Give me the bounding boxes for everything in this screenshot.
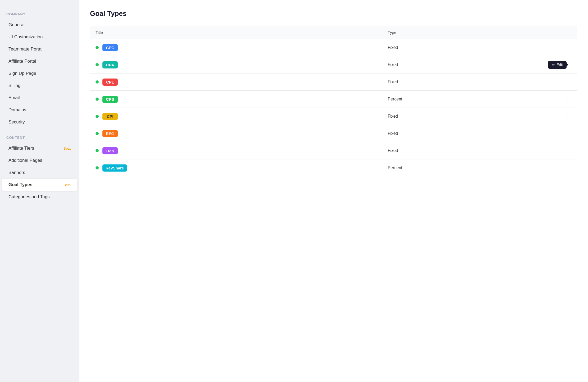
- sidebar-item-teammate-portal[interactable]: Teammate Portal: [2, 43, 77, 55]
- table-row: REGFixed⋮: [90, 125, 577, 142]
- row-menu-button[interactable]: ⋮: [562, 44, 572, 51]
- sidebar-item-banners[interactable]: Banners: [2, 167, 77, 179]
- sidebar-item-label: Billing: [8, 83, 20, 88]
- title-cell: CPI: [90, 108, 383, 125]
- action-cell: ⋮: [557, 108, 577, 125]
- sidebar-item-label: Security: [8, 119, 25, 125]
- sidebar-item-label: Affiliate Portal: [8, 59, 36, 64]
- sidebar-item-additional-pages[interactable]: Additional Pages: [2, 154, 77, 167]
- beta-badge: Beta: [64, 183, 71, 187]
- status-dot: [96, 166, 99, 169]
- goal-type-badge: REG: [102, 130, 118, 137]
- row-menu-button[interactable]: ⋮: [562, 164, 572, 172]
- beta-badge: Beta: [64, 146, 71, 150]
- title-cell: CPL: [90, 73, 383, 91]
- goal-types-table: Title Type CPCFixed⋮CPAFixed✏Edit⋮CPLFix…: [90, 26, 577, 177]
- title-cell: Dep: [90, 142, 383, 159]
- goal-type-badge: CPS: [102, 96, 118, 103]
- edit-label: Edit: [557, 63, 563, 67]
- col-type: Type: [382, 26, 557, 39]
- sidebar-item-label: Email: [8, 95, 20, 100]
- action-cell: ⋮: [557, 159, 577, 177]
- row-menu-button[interactable]: ⋮: [562, 113, 572, 120]
- sidebar-item-label: UI Customization: [8, 34, 43, 40]
- type-cell: Fixed: [382, 125, 557, 142]
- table-header-row: Title Type: [90, 26, 577, 39]
- row-menu-button[interactable]: ⋮: [562, 147, 572, 154]
- action-cell: ✏Edit⋮: [557, 56, 577, 73]
- type-cell: Fixed: [382, 108, 557, 125]
- table-row: CPAFixed✏Edit⋮: [90, 56, 577, 73]
- status-dot: [96, 115, 99, 118]
- table-row: CPCFixed⋮: [90, 39, 577, 56]
- main-content: Goal Types Title Type CPCFixed⋮CPAFixed✏…: [79, 0, 588, 382]
- status-dot: [96, 149, 99, 152]
- sidebar-item-goal-types[interactable]: Goal TypesBeta: [2, 179, 77, 191]
- sidebar-item-label: Categories and Tags: [8, 194, 50, 200]
- sidebar-item-billing[interactable]: Billing: [2, 80, 77, 92]
- status-dot: [96, 46, 99, 49]
- type-cell: Fixed: [382, 73, 557, 91]
- table-row: CPSPercent⋮: [90, 91, 577, 108]
- type-cell: Fixed: [382, 142, 557, 159]
- goal-type-badge: Dep: [102, 147, 118, 154]
- table-row: DepFixed⋮: [90, 142, 577, 159]
- type-cell: Fixed: [382, 56, 557, 73]
- type-cell: Fixed: [382, 39, 557, 56]
- title-cell: REG: [90, 125, 383, 142]
- company-nav: GeneralUI CustomizationTeammate PortalAf…: [0, 19, 79, 128]
- sidebar-item-label: General: [8, 22, 24, 27]
- goal-type-badge: CPL: [102, 79, 118, 86]
- status-dot: [96, 132, 99, 135]
- pencil-icon: ✏: [552, 63, 555, 67]
- col-title: Title: [90, 26, 383, 39]
- sidebar-item-label: Teammate Portal: [8, 47, 43, 52]
- table-row: CPIFixed⋮: [90, 108, 577, 125]
- sidebar-item-security[interactable]: Security: [2, 116, 77, 128]
- title-cell: RevShare: [90, 159, 383, 177]
- title-cell: CPS: [90, 91, 383, 108]
- action-cell: ⋮: [557, 142, 577, 159]
- type-cell: Percent: [382, 159, 557, 177]
- row-menu-button[interactable]: ⋮: [562, 95, 572, 103]
- sidebar-item-affiliate-portal[interactable]: Affiliate Portal: [2, 55, 77, 67]
- status-dot: [96, 98, 99, 101]
- goal-table-body: CPCFixed⋮CPAFixed✏Edit⋮CPLFixed⋮CPSPerce…: [90, 39, 577, 177]
- action-cell: ⋮: [557, 73, 577, 91]
- sidebar-item-categories-and-tags[interactable]: Categories and Tags: [2, 191, 77, 203]
- sidebar-item-label: Affiliate Tiers: [8, 146, 34, 151]
- page-title: Goal Types: [90, 10, 577, 18]
- title-cell: CPA: [90, 56, 383, 73]
- row-menu-button[interactable]: ⋮: [562, 130, 572, 137]
- content-nav: Affiliate TiersBetaAdditional PagesBanne…: [0, 142, 79, 203]
- table-row: RevSharePercent⋮: [90, 159, 577, 177]
- status-dot: [96, 80, 99, 84]
- col-actions: [557, 26, 577, 39]
- sidebar-item-email[interactable]: Email: [2, 92, 77, 104]
- row-menu-button[interactable]: ⋮: [562, 78, 572, 86]
- goal-type-badge: CPC: [102, 44, 118, 51]
- status-dot: [96, 63, 99, 66]
- content-section-label: CONTENT: [0, 136, 79, 140]
- sidebar-item-general[interactable]: General: [2, 19, 77, 31]
- company-section-label: COMPANY: [0, 12, 79, 16]
- goal-type-badge: CPI: [102, 113, 118, 120]
- action-cell: ⋮: [557, 125, 577, 142]
- sidebar-item-label: Goal Types: [8, 182, 32, 187]
- title-cell: CPC: [90, 39, 383, 56]
- sidebar-item-label: Domains: [8, 107, 26, 113]
- sidebar-item-label: Banners: [8, 170, 25, 175]
- action-cell: ⋮: [557, 39, 577, 56]
- sidebar-item-affiliate-tiers[interactable]: Affiliate TiersBeta: [2, 142, 77, 154]
- sidebar-item-label: Sign Up Page: [8, 71, 36, 76]
- action-cell: ⋮: [557, 91, 577, 108]
- edit-popup[interactable]: ✏Edit: [548, 61, 567, 69]
- sidebar-item-sign-up-page[interactable]: Sign Up Page: [2, 67, 77, 80]
- sidebar: COMPANY GeneralUI CustomizationTeammate …: [0, 0, 79, 382]
- type-cell: Percent: [382, 91, 557, 108]
- sidebar-item-label: Additional Pages: [8, 158, 42, 163]
- goal-type-badge: RevShare: [102, 164, 127, 172]
- table-row: CPLFixed⋮: [90, 73, 577, 91]
- sidebar-item-ui-customization[interactable]: UI Customization: [2, 31, 77, 43]
- sidebar-item-domains[interactable]: Domains: [2, 104, 77, 116]
